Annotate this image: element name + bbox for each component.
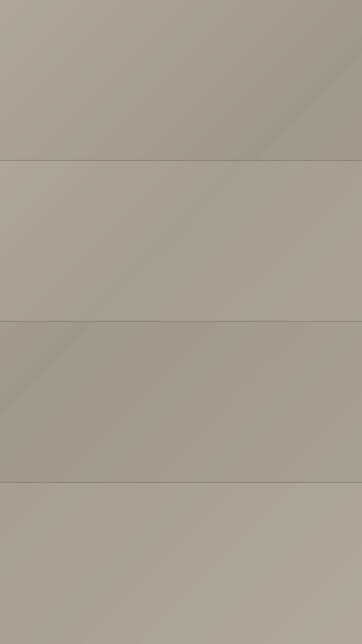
abstract-image-5[interactable] <box>310 471 311 521</box>
app-container: ← Background Love Cool Nature Birthday D… <box>38 91 324 529</box>
abstract-section: Abstract <box>38 448 324 529</box>
abstract-grid <box>51 471 311 521</box>
